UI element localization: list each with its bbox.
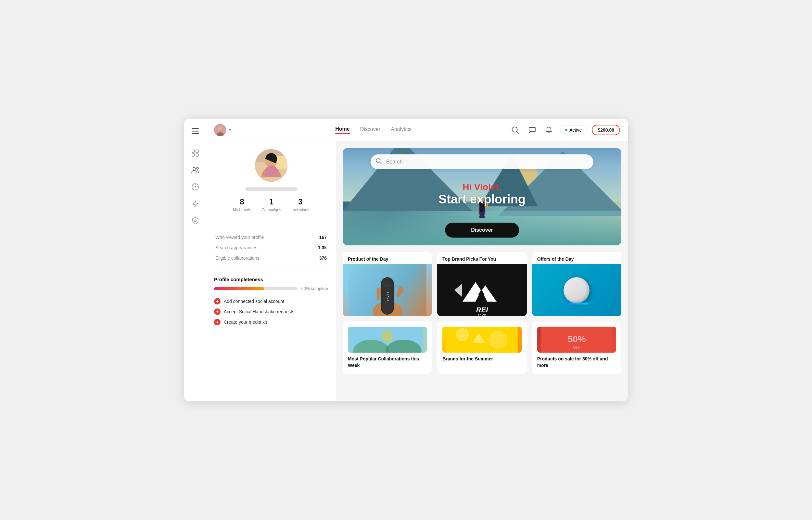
checklist-handshake[interactable]: + Accept Social Handshake requests	[214, 307, 328, 317]
nav-home[interactable]: Home	[335, 126, 349, 134]
profile-avatar	[255, 149, 287, 182]
offers-of-day-card: Offers of the Day	[532, 252, 621, 316]
hero-search-input[interactable]	[371, 154, 593, 169]
brands-summer-card: Brands for the Summer	[437, 321, 527, 374]
hero-greeting: Hi Violet,	[439, 182, 526, 192]
eligible-collabs-label: Eligible collaborations	[215, 256, 259, 261]
progress-percent-label: 60% complete	[301, 286, 328, 291]
echo-image	[532, 264, 621, 316]
collabs-thumbnail	[348, 327, 427, 353]
search-button[interactable]	[509, 124, 521, 136]
add-social-icon: +	[214, 298, 221, 305]
balance-amount: $200.00	[598, 127, 614, 133]
nav-discover[interactable]: Discover	[360, 126, 380, 134]
svg-point-10	[195, 186, 196, 187]
products-sale-thumbnail: 50% OFF	[537, 327, 616, 353]
my-brands-number: 8	[240, 197, 244, 206]
svg-rect-0	[192, 128, 199, 129]
progress-bar-container: 60% complete	[214, 286, 328, 291]
lightning-icon[interactable]	[188, 197, 202, 211]
top-brand-picks-card: Top Brand Picks For You	[437, 252, 527, 316]
my-brands-label: My brands	[233, 208, 251, 212]
checklist-kit-label: Create your media kit	[224, 319, 267, 325]
completeness-title: Profile completeness	[214, 277, 328, 282]
checklist-handshake-label: Accept Social Handshake requests	[224, 309, 294, 314]
popular-collabs-title: Most Popular Collaborations this Week	[348, 356, 427, 368]
main-area: ▾ Home Discover Analytics	[206, 119, 628, 401]
svg-rect-5	[192, 154, 195, 156]
profile-name-placeholder	[245, 187, 297, 191]
profile-completeness-section: Profile completeness 60% complete + Add …	[214, 277, 328, 327]
app-container: ▾ Home Discover Analytics	[184, 119, 628, 401]
echo-ring	[565, 303, 588, 305]
profile-views-value: 167	[319, 235, 327, 240]
main-navigation: Home Discover Analytics	[243, 126, 504, 134]
hero-discover-button[interactable]: Discover	[445, 223, 519, 238]
svg-point-7	[193, 167, 196, 170]
offers-day-title: Offers of the Day	[532, 252, 621, 264]
progress-bar-track	[214, 287, 298, 290]
brands-summer-title: Brands for the Summer	[442, 356, 521, 362]
compass-icon[interactable]	[188, 180, 202, 194]
svg-rect-3	[192, 150, 195, 152]
progress-bar-fill	[214, 287, 264, 290]
svg-point-38	[456, 328, 469, 341]
messages-button[interactable]	[526, 124, 538, 136]
top-navigation: ▾ Home Discover Analytics	[206, 119, 628, 141]
invitations-label: Invitations	[292, 208, 309, 212]
campaigns-label: Campaigns	[261, 208, 281, 212]
active-status-badge[interactable]: Active	[560, 125, 587, 135]
menu-icon[interactable]	[188, 124, 202, 138]
rei-image: REI co·op	[437, 264, 527, 316]
svg-text:co·op: co·op	[478, 313, 486, 316]
shield-icon[interactable]	[188, 213, 202, 228]
svg-text:50%: 50%	[567, 334, 586, 344]
stats-row: 8 My brands 1 Campaigns 3 Invitations	[233, 197, 309, 212]
svg-rect-1	[192, 131, 199, 132]
stat-my-brands: 8 My brands	[233, 197, 251, 212]
metric-profile-views: Who viewed your profile 167	[214, 232, 328, 242]
svg-text:REI: REI	[476, 306, 488, 314]
hero-banner: Hi Violet, Start exploring Discover	[343, 148, 621, 245]
notifications-button[interactable]	[543, 124, 555, 136]
popular-collabs-card: Most Popular Collaborations this Week	[343, 321, 432, 374]
top-actions: Active $200.00	[509, 124, 620, 136]
profile-section: 8 My brands 1 Campaigns 3 Invitations	[214, 149, 328, 219]
active-label: Active	[569, 127, 582, 133]
metrics-section: Who viewed your profile 167 Search appea…	[214, 230, 328, 266]
svg-point-15	[218, 126, 223, 131]
svg-text:OFF: OFF	[572, 345, 581, 350]
hero-search-container	[371, 154, 593, 169]
checklist-social-account[interactable]: + Add connected social account	[214, 296, 328, 307]
sidebar	[184, 119, 206, 401]
svg-rect-6	[196, 154, 198, 156]
left-sidebar: 8 My brands 1 Campaigns 3 Invitations	[206, 141, 336, 401]
page-content: 8 My brands 1 Campaigns 3 Invitations	[206, 141, 628, 401]
profile-dropdown[interactable]: ▾	[214, 124, 231, 136]
product-cards-grid: Product of the Day	[343, 252, 621, 316]
product-day-title: Product of the Day	[343, 252, 432, 264]
avatar	[214, 124, 226, 136]
nav-analytics[interactable]: Analytics	[391, 126, 412, 134]
invitations-number: 3	[298, 197, 302, 206]
people-icon[interactable]	[188, 163, 202, 177]
svg-rect-2	[192, 133, 199, 134]
right-content: Hi Violet, Start exploring Discover Prod…	[336, 141, 628, 401]
hero-text-block: Hi Violet, Start exploring	[439, 182, 526, 206]
campaigns-number: 1	[269, 197, 274, 206]
svg-point-28	[384, 285, 386, 286]
svg-point-11	[194, 220, 196, 222]
active-indicator	[565, 129, 567, 131]
accept-handshake-icon: +	[214, 308, 221, 315]
hiker-legs	[479, 212, 484, 218]
products-sale-title: Products on sale for 50% off and more	[537, 356, 616, 368]
brands-summer-thumbnail	[442, 327, 521, 353]
balance-button[interactable]: $200.00	[592, 125, 620, 135]
search-appearances-label: Search appearances	[215, 245, 257, 250]
grid-icon[interactable]	[188, 146, 202, 160]
svg-point-39	[489, 331, 507, 349]
create-kit-icon: +	[214, 319, 221, 325]
checklist-media-kit[interactable]: + Create your media kit	[214, 317, 328, 327]
chevron-down-icon: ▾	[229, 128, 231, 132]
divider-1	[214, 224, 328, 224]
